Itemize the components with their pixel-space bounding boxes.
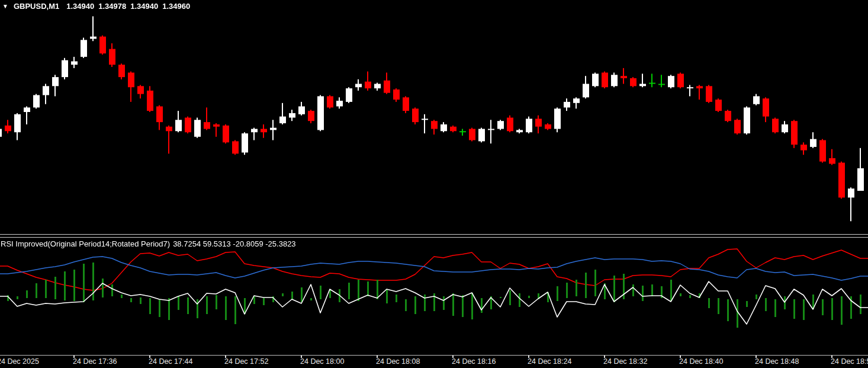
dropdown-triangle-icon[interactable]: ▼ [2,2,8,10]
time-label: 24 Dec 18:48 [755,357,799,366]
time-label: 24 Dec 18:40 [679,357,723,366]
chart-window: ▼ GBPUSD,M1 1.34940 1.34978 1.34940 1.34… [0,0,868,368]
price-chart-canvas[interactable] [0,0,868,368]
indicator-values: 38.7254 59.5313 -20.8059 -25.3823 [173,239,295,248]
quote-bar: ▼ GBPUSD,M1 1.34940 1.34978 1.34940 1.34… [2,2,194,11]
subwindow-separator[interactable] [0,234,868,238]
quote-high-value: 1.34978 [98,2,126,11]
time-label: 24 Dec 17:44 [149,357,192,366]
time-label: 24 Dec 17:36 [73,357,117,366]
indicator-name: RSI Improved(Original Period14;Rotated P… [1,239,170,248]
time-label: 24 Dec 18:08 [376,357,420,366]
time-label: 24 Dec 18:24 [528,357,571,366]
time-label: 24 Dec 17:52 [224,357,268,366]
quote-low-value: 1.34940 [130,2,158,11]
indicator-label: RSI Improved(Original Period14;Rotated P… [1,239,296,248]
time-label: 24 Dec 18:00 [300,357,344,366]
time-label: 24 Dec 18:56 [831,357,868,366]
symbol-period-label: GBPUSD,M1 [14,2,59,11]
time-label: 24 Dec 2025 [0,357,39,366]
time-axis[interactable]: 24 Dec 202524 Dec 17:3624 Dec 17:4424 De… [0,355,868,368]
quote-close-value: 1.34960 [162,2,190,11]
time-label: 24 Dec 18:32 [603,357,647,366]
time-label: 24 Dec 18:16 [452,357,496,366]
quote-open-value: 1.34940 [66,2,94,11]
